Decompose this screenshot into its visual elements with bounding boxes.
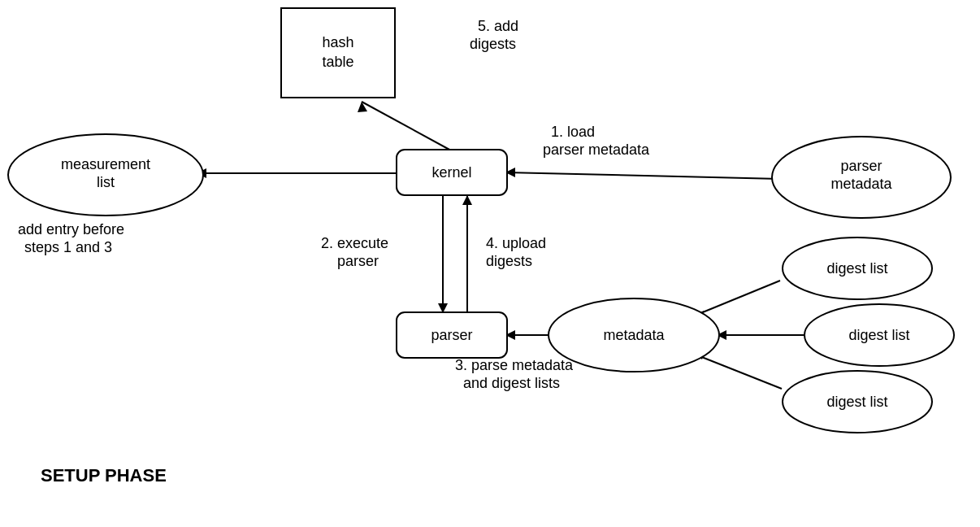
- digest-list-2-label: digest list: [848, 327, 909, 343]
- digest-list-3-label: digest list: [826, 394, 887, 410]
- step1-label-line1: 1. load: [551, 124, 595, 140]
- kernel-label: kernel: [431, 164, 471, 181]
- arrow-kernel-hashtable: [362, 102, 451, 150]
- step1-label-line2: parser metadata: [543, 142, 650, 158]
- step5-label-line1: 5. add: [478, 18, 518, 34]
- add-entry-label-line2: steps 1 and 3: [24, 239, 112, 255]
- digest-list-1-label: digest list: [826, 260, 887, 277]
- arrow-upload-head: [462, 195, 472, 205]
- parser-metadata-label1: parser: [840, 158, 882, 174]
- step3-label-line1: 3. parse metadata: [455, 357, 574, 373]
- arrow-parsermeta-kernel: [505, 172, 780, 179]
- arrow-digest1-meta: [695, 281, 780, 316]
- arrow-digest3-meta: [696, 355, 782, 389]
- hash-table-label2: table: [322, 54, 353, 70]
- parser-metadata-label2: metadata: [830, 176, 892, 192]
- measurement-list-label1: measurement: [61, 156, 150, 172]
- parser-label: parser: [431, 327, 472, 343]
- add-entry-label-line1: add entry before: [18, 221, 124, 237]
- measurement-list-label2: list: [97, 174, 115, 190]
- setup-phase-label: SETUP PHASE: [41, 465, 167, 486]
- step3-label-line2: and digest lists: [463, 375, 560, 391]
- step2-label-line1: 2. execute: [321, 235, 388, 251]
- hash-table-shape: [281, 8, 395, 98]
- metadata-label: metadata: [603, 327, 665, 343]
- step2-label-line2: parser: [337, 253, 379, 269]
- step5-label-line2: digests: [470, 36, 516, 52]
- step4-label-line2: digests: [486, 253, 532, 269]
- hash-table-label1: hash: [322, 34, 353, 50]
- step4-label-line1: 4. upload: [486, 235, 546, 251]
